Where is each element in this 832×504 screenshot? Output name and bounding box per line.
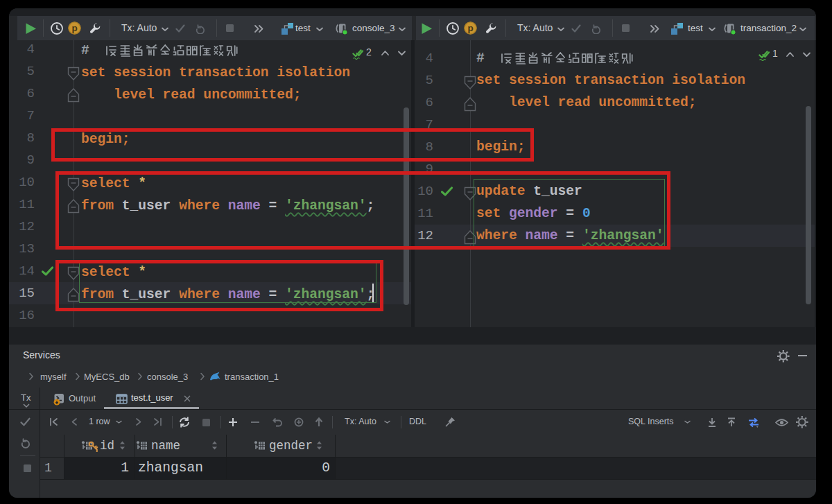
svg-text:p: p	[71, 23, 77, 33]
svg-text:p: p	[467, 23, 473, 33]
